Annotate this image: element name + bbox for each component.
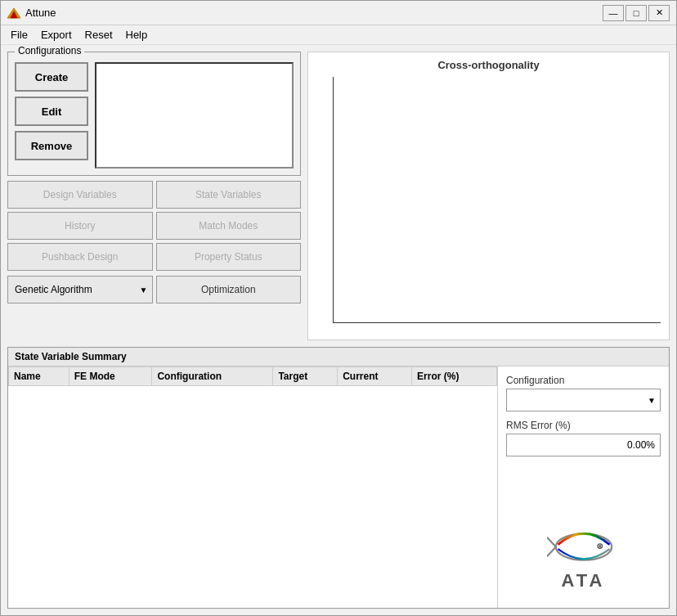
- edit-button[interactable]: Edit: [15, 97, 88, 126]
- state-variables-button[interactable]: State Variables: [156, 181, 302, 209]
- ata-fish-icon: [547, 526, 621, 567]
- col-fe-mode: FE Mode: [69, 367, 152, 386]
- menu-reset[interactable]: Reset: [78, 27, 119, 43]
- col-target: Target: [273, 367, 338, 386]
- rms-error-field: RMS Error (%) 0.00%: [506, 420, 661, 456]
- close-button[interactable]: ✕: [648, 5, 670, 21]
- main-content: Configurations Create Edit Remove Design…: [1, 45, 676, 347]
- menu-file[interactable]: File: [4, 27, 34, 43]
- rms-error-label: RMS Error (%): [506, 420, 661, 431]
- history-button[interactable]: History: [7, 212, 153, 240]
- app-icon: [7, 7, 20, 20]
- svg-point-5: [599, 545, 601, 547]
- chart-axis-left: [333, 77, 334, 323]
- dropdown-row: Genetic Algorithm ▼ Optimization: [7, 276, 301, 304]
- configuration-select[interactable]: [506, 389, 661, 411]
- create-button[interactable]: Create: [15, 62, 88, 92]
- configuration-label: Configuration: [506, 375, 661, 386]
- button-grid: Design Variables State Variables History…: [7, 181, 301, 271]
- col-name: Name: [9, 367, 69, 386]
- state-variable-table: Name FE Mode Configuration Target Curren…: [8, 366, 497, 386]
- match-modes-button[interactable]: Match Modes: [156, 212, 302, 240]
- summary-panel: Configuration ▼ RMS Error (%) 0.00%: [497, 366, 669, 608]
- bottom-panel: State Variable Summary Name FE Mode Conf…: [7, 347, 670, 609]
- maximize-button[interactable]: □: [625, 5, 647, 21]
- property-status-button[interactable]: Property Status: [156, 243, 302, 271]
- col-error: Error (%): [412, 367, 497, 386]
- minimize-button[interactable]: —: [603, 5, 624, 21]
- genetic-algorithm-wrapper: Genetic Algorithm ▼: [7, 276, 153, 304]
- bottom-content: Name FE Mode Configuration Target Curren…: [8, 366, 669, 608]
- ata-logo: ATA: [506, 518, 661, 600]
- configuration-select-wrapper: ▼: [506, 389, 661, 411]
- left-panel: Configurations Create Edit Remove Design…: [1, 45, 307, 347]
- menu-export[interactable]: Export: [34, 27, 78, 43]
- window-title: Attune: [25, 7, 603, 19]
- configuration-field: Configuration ▼: [506, 375, 661, 411]
- config-buttons: Create Edit Remove: [15, 62, 88, 169]
- col-current: Current: [338, 367, 412, 386]
- menubar: File Export Reset Help: [1, 25, 676, 45]
- optimization-button[interactable]: Optimization: [156, 276, 302, 304]
- remove-button[interactable]: Remove: [15, 131, 88, 160]
- design-variables-button[interactable]: Design Variables: [7, 181, 153, 209]
- config-inner: Create Edit Remove: [15, 62, 294, 169]
- main-window: Attune — □ ✕ File Export Reset Help Conf…: [0, 0, 677, 616]
- right-panel: Cross-orthogonality: [307, 45, 676, 347]
- chart-axis-bottom: [333, 322, 661, 323]
- configurations-legend: Configurations: [15, 45, 84, 56]
- state-variable-summary-title: State Variable Summary: [8, 348, 669, 366]
- genetic-algorithm-select[interactable]: Genetic Algorithm: [7, 276, 153, 304]
- ata-logo-text: ATA: [562, 570, 606, 591]
- col-configuration: Configuration: [152, 367, 273, 386]
- titlebar: Attune — □ ✕: [1, 1, 676, 25]
- chart-title: Cross-orthogonality: [437, 59, 539, 71]
- table-header-row: Name FE Mode Configuration Target Curren…: [9, 367, 497, 386]
- svg-point-3: [555, 533, 611, 560]
- pushback-design-button[interactable]: Pushback Design: [7, 243, 153, 271]
- configurations-group: Configurations Create Edit Remove: [7, 52, 301, 176]
- window-controls: — □ ✕: [603, 5, 670, 21]
- configurations-listbox[interactable]: [95, 62, 294, 169]
- chart-area: Cross-orthogonality: [307, 52, 670, 340]
- rms-error-value: 0.00%: [506, 434, 661, 456]
- table-area: Name FE Mode Configuration Target Curren…: [8, 366, 497, 608]
- menu-help[interactable]: Help: [119, 27, 155, 43]
